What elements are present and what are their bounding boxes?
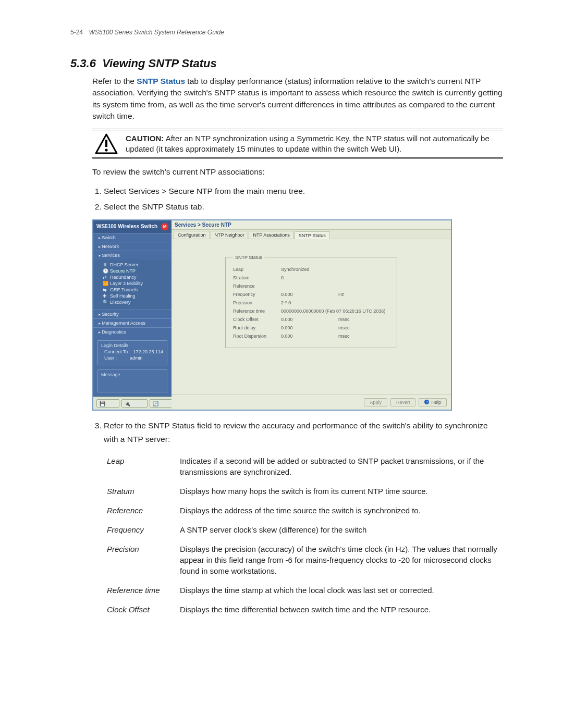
field-clock-offset: Clock Offset0.000msec xyxy=(233,315,389,324)
stratum-value: 0 xyxy=(281,275,338,280)
sidebar: WS5100 Wireless Switch M Switch Network … xyxy=(93,220,172,410)
tree-item-gre[interactable]: ⇋GRE Tunnels xyxy=(93,287,172,293)
caution-text: CAUTION: After an NTP synchronization us… xyxy=(126,133,501,155)
field-frequency: Frequency0.000Hz xyxy=(233,290,389,299)
tab-ntp-associations[interactable]: NTP Associations xyxy=(249,231,293,239)
rootdelay-value: 0.000 xyxy=(281,325,338,330)
apply-button[interactable]: Apply xyxy=(364,398,387,406)
discovery-icon: 🔍 xyxy=(103,300,108,305)
save-button[interactable]: 💾Save xyxy=(96,399,119,408)
step-2-prefix: Select the xyxy=(104,202,142,211)
app-window: WS5100 Wireless Switch M Switch Network … xyxy=(92,219,452,411)
section-number: 5.3.6 xyxy=(70,57,96,70)
user-value: admin xyxy=(130,355,143,361)
sntp-status-legend: SNTP Status xyxy=(233,255,264,260)
field-leap: LeapSynchronized xyxy=(233,265,389,274)
server-icon: 🖥 xyxy=(103,262,108,267)
help-icon: ? xyxy=(424,400,429,404)
step-3: Refer to the SNTP Status field to review… xyxy=(104,419,503,447)
tab-ntp-neighbor[interactable]: NTP Neighbor xyxy=(211,231,249,239)
stratum-label: Stratum xyxy=(233,275,281,280)
def-desc-leap: Indicates if a second will be added or s… xyxy=(177,451,503,482)
field-root-dispersion: Root Dispersion0.000msec xyxy=(233,332,389,340)
rootdisp-label: Root Dispersion xyxy=(233,334,281,339)
tree-label-redundancy: Redundancy xyxy=(110,275,137,280)
step-2: Select the SNTP Status tab. xyxy=(104,200,503,214)
revert-button[interactable]: Revert xyxy=(390,398,416,406)
def-desc-clockoffset: Displays the time differential between s… xyxy=(177,600,503,619)
def-desc-precision: Displays the precision (accuracy) of the… xyxy=(177,539,503,581)
login-details-title: Login Details xyxy=(101,343,164,348)
tab-content: SNTP Status LeapSynchronized Stratum0 Re… xyxy=(172,239,451,394)
def-term-reftime: Reference time xyxy=(104,581,177,600)
section-title: Viewing SNTP Status xyxy=(102,57,217,70)
def-row-reference: ReferenceDisplays the address of the tim… xyxy=(104,501,503,520)
reftime-value: 00000000.00000000 (Feb 07 06:28:16 UTC 2… xyxy=(281,309,385,314)
precision-label: Precision xyxy=(233,300,281,305)
svg-point-2 xyxy=(105,149,107,151)
rootdisp-value: 0.000 xyxy=(281,334,338,339)
sidebar-item-diagnostics[interactable]: Diagnostics xyxy=(93,327,172,336)
sidebar-item-mgmt[interactable]: Management Access xyxy=(93,318,172,327)
def-row-reftime: Reference timeDisplays the time stamp at… xyxy=(104,581,503,600)
tab-configuration[interactable]: Configuration xyxy=(174,231,210,239)
svg-rect-1 xyxy=(105,140,107,147)
main-footer: Apply Revert ?Help xyxy=(172,394,451,410)
def-row-clockoffset: Clock OffsetDisplays the time differenti… xyxy=(104,600,503,619)
tree-item-dhcp[interactable]: 🖥DHCP Server xyxy=(93,262,172,268)
clockoffset-unit: msec xyxy=(338,317,350,322)
main-content: Services > Secure NTP Configuration NTP … xyxy=(172,220,451,410)
tree-item-selfheal[interactable]: ✚Self Healing xyxy=(93,293,172,299)
tree-label-secure-ntp: Secure NTP xyxy=(110,268,136,274)
definitions-table: LeapIndicates if a second will be added … xyxy=(104,451,503,619)
tree-label-layer3: Layer 3 Mobility xyxy=(110,281,143,286)
frequency-label: Frequency xyxy=(233,292,281,297)
message-box: Message xyxy=(97,369,167,392)
mobility-icon: 📶 xyxy=(103,281,108,286)
page-header: 5-24 WS5100 Series Switch System Referen… xyxy=(70,29,503,36)
rootdisp-unit: msec xyxy=(338,334,350,339)
intro-paragraph: Refer to the SNTP Status tab to display … xyxy=(92,76,503,122)
clock-icon: 🕒 xyxy=(103,268,108,274)
field-reference-time: Reference time00000000.00000000 (Feb 07 … xyxy=(233,307,389,315)
def-term-leap: Leap xyxy=(104,451,177,482)
sidebar-item-network[interactable]: Network xyxy=(93,242,172,251)
field-root-delay: Root delay0.000msec xyxy=(233,324,389,332)
user-label: User : xyxy=(104,355,117,361)
login-connect-row: Connect To : 172.20.25.114 xyxy=(101,349,164,354)
tab-sntp-status[interactable]: SNTP Status xyxy=(295,231,330,239)
sidebar-item-security[interactable]: Security xyxy=(93,310,172,318)
breadcrumb: Services > Secure NTP xyxy=(172,220,451,230)
frequency-unit: Hz xyxy=(338,292,344,297)
logout-button[interactable]: 🔌Logout xyxy=(121,399,148,408)
save-icon: 💾 xyxy=(100,401,104,405)
step-3-prefix: Refer to the xyxy=(104,421,148,430)
review-line: To review the switch's current NTP assoc… xyxy=(92,166,503,178)
caution-label: CAUTION: xyxy=(126,134,164,143)
precision-value: 2 ^ 0 xyxy=(281,300,338,305)
services-tree: 🖥DHCP Server 🕒Secure NTP ⇄Redundancy 📶La… xyxy=(93,260,172,310)
sidebar-footer: 💾Save 🔌Logout 🔄Refresh xyxy=(93,397,172,410)
tree-item-redundancy[interactable]: ⇄Redundancy xyxy=(93,274,172,280)
tree-item-layer3[interactable]: 📶Layer 3 Mobility xyxy=(93,280,172,287)
sntp-status-link: SNTP Status xyxy=(137,77,185,85)
field-reference: Reference xyxy=(233,282,389,290)
guide-title: WS5100 Series Switch System Reference Gu… xyxy=(89,29,224,36)
def-row-stratum: StratumDisplays how many hops the switch… xyxy=(104,482,503,501)
def-desc-stratum: Displays how many hops the switch is fro… xyxy=(177,482,503,501)
tree-item-secure-ntp[interactable]: 🕒Secure NTP xyxy=(93,268,172,274)
tree-label-discovery: Discovery xyxy=(110,300,131,305)
step-1-sep: > xyxy=(160,187,169,195)
tree-item-discovery[interactable]: 🔍Discovery xyxy=(93,299,172,305)
logout-icon: 🔌 xyxy=(125,401,129,405)
help-button[interactable]: ?Help xyxy=(419,398,447,406)
sidebar-item-switch[interactable]: Switch xyxy=(93,233,172,242)
def-term-precision: Precision xyxy=(104,539,177,581)
tab-bar: Configuration NTP Neighbor NTP Associati… xyxy=(172,230,451,239)
sidebar-item-services[interactable]: Services xyxy=(93,251,172,260)
def-term-frequency: Frequency xyxy=(104,520,177,539)
def-term-reference: Reference xyxy=(104,501,177,520)
clockoffset-value: 0.000 xyxy=(281,317,338,322)
leap-value: Synchronized xyxy=(281,267,338,272)
connect-to-label: Connect To : xyxy=(104,349,130,354)
